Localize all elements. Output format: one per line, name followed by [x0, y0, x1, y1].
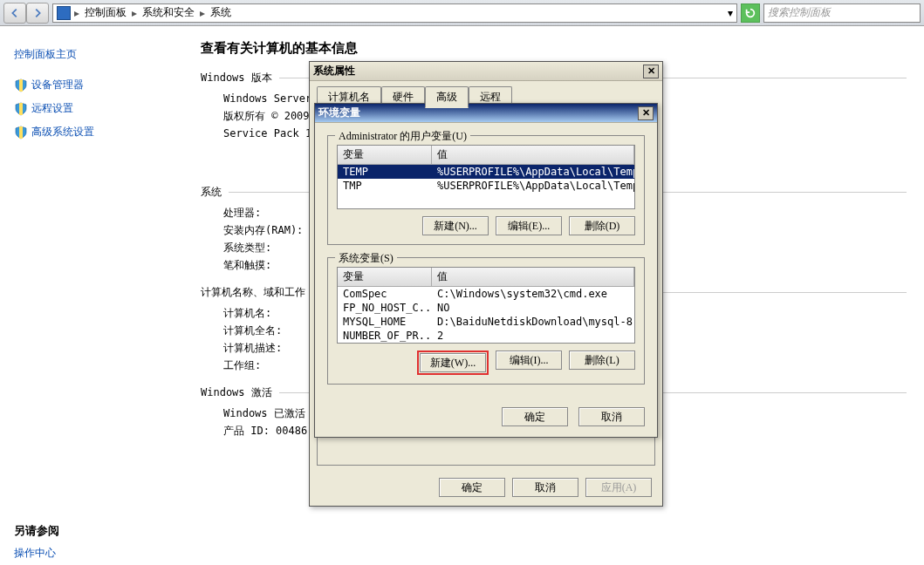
- system-variables-table[interactable]: 变量 值 ComSpec C:\Windows\system32\cmd.exe…: [337, 267, 635, 344]
- refresh-button[interactable]: [741, 3, 760, 23]
- user-delete-button[interactable]: 删除(D): [569, 216, 635, 235]
- highlight-box: 新建(W)...: [417, 351, 489, 375]
- breadcrumb-1[interactable]: 控制面板: [83, 5, 128, 20]
- sidebar-home-link[interactable]: 控制面板主页: [14, 47, 169, 62]
- user-variables-table[interactable]: 变量 值 TEMP %USERPROFILE%\AppData\Local\Te…: [337, 145, 635, 209]
- sysprop-apply-button: 应用(A): [585, 478, 652, 497]
- cell-val: %USERPROFILE%\AppData\Local\Temp: [432, 179, 634, 193]
- back-arrow-icon: [9, 7, 21, 19]
- group-windows-edition: Windows 版本: [201, 71, 272, 85]
- cell-val: C:\Windows\system32\cmd.exe: [432, 287, 634, 301]
- page-title: 查看有关计算机的基本信息: [201, 40, 907, 57]
- column-header-value[interactable]: 值: [432, 146, 634, 164]
- user-variables-group: Administrator 的用户变量(U) 变量 值 TEMP %USERPR…: [327, 135, 645, 245]
- cell-var: MYSQL_HOME: [338, 315, 432, 329]
- cell-var: TMP: [338, 179, 432, 193]
- sidebar-item-label: 设备管理器: [31, 78, 84, 92]
- close-button[interactable]: ✕: [638, 106, 654, 120]
- address-toolbar: ▸ 控制面板 ▸ 系统和安全 ▸ 系统 ▾ 搜索控制面板: [0, 0, 924, 26]
- group-computer-name: 计算机名称、域和工作: [201, 285, 305, 300]
- address-bar[interactable]: ▸ 控制面板 ▸ 系统和安全 ▸ 系统 ▾: [52, 3, 737, 23]
- user-variables-legend: Administrator 的用户变量(U): [335, 129, 470, 144]
- forward-button[interactable]: [26, 3, 49, 24]
- sidebar: 控制面板主页 设备管理器 远程设置 高级系统设置 另请参阅 操作中心 Windo…: [0, 26, 183, 565]
- tab-advanced[interactable]: 高级: [425, 86, 469, 108]
- dialog-titlebar[interactable]: 环境变量 ✕: [315, 104, 657, 123]
- group-system: 系统: [201, 185, 222, 200]
- system-new-button[interactable]: 新建(W)...: [420, 353, 486, 372]
- cell-val: 2: [432, 329, 634, 343]
- table-row[interactable]: ComSpec C:\Windows\system32\cmd.exe: [338, 287, 634, 301]
- table-row[interactable]: MYSQL_HOME D:\BaiduNetdiskDownload\mysql…: [338, 315, 634, 329]
- sidebar-item-label: 远程设置: [31, 101, 73, 116]
- cell-val: NO: [432, 301, 634, 315]
- see-also-heading: 另请参阅: [14, 523, 169, 539]
- sidebar-item-device-manager[interactable]: 设备管理器: [14, 78, 169, 92]
- cell-var: ComSpec: [338, 287, 432, 301]
- envvars-cancel-button[interactable]: 取消: [578, 407, 645, 426]
- search-input[interactable]: 搜索控制面板: [763, 3, 921, 23]
- close-button[interactable]: ✕: [643, 65, 659, 78]
- close-icon: ✕: [647, 65, 655, 77]
- cell-val: D:\BaiduNetdiskDownload\mysql-8...: [432, 315, 634, 329]
- dialog-titlebar[interactable]: 系统属性 ✕: [310, 62, 662, 81]
- table-row[interactable]: NUMBER_OF_PR... 2: [338, 329, 634, 343]
- cell-var: TEMP: [338, 165, 432, 179]
- cell-val: %USERPROFILE%\AppData\Local\Temp: [432, 165, 634, 179]
- sidebar-item-advanced-settings[interactable]: 高级系统设置: [14, 125, 169, 140]
- address-dropdown-icon[interactable]: ▾: [728, 7, 733, 19]
- sysprop-cancel-button[interactable]: 取消: [512, 478, 578, 497]
- shield-icon: [14, 78, 28, 92]
- envvars-ok-button[interactable]: 确定: [502, 407, 568, 426]
- control-panel-icon: [57, 6, 71, 20]
- dialog-title-text: 系统属性: [313, 64, 355, 78]
- system-variables-group: 系统变量(S) 变量 值 ComSpec C:\Windows\system32…: [327, 257, 645, 385]
- user-edit-button[interactable]: 编辑(E)...: [496, 216, 562, 235]
- search-placeholder: 搜索控制面板: [768, 5, 831, 20]
- shield-icon: [14, 126, 28, 140]
- system-edit-button[interactable]: 编辑(I)...: [496, 351, 562, 370]
- column-header-variable[interactable]: 变量: [338, 146, 432, 164]
- close-icon: ✕: [642, 107, 650, 119]
- table-row[interactable]: TEMP %USERPROFILE%\AppData\Local\Temp: [338, 165, 634, 179]
- refresh-icon: [744, 7, 756, 19]
- column-header-value[interactable]: 值: [432, 268, 634, 286]
- system-delete-button[interactable]: 删除(L): [569, 351, 635, 370]
- shield-icon: [14, 102, 28, 116]
- see-also-action-center[interactable]: 操作中心: [14, 546, 169, 561]
- sidebar-item-label: 高级系统设置: [31, 125, 94, 140]
- environment-variables-dialog: 环境变量 ✕ Administrator 的用户变量(U) 变量 值 TEMP …: [314, 103, 658, 438]
- column-header-variable[interactable]: 变量: [338, 268, 432, 286]
- cell-var: NUMBER_OF_PR...: [338, 329, 432, 343]
- sidebar-item-remote-settings[interactable]: 远程设置: [14, 101, 169, 116]
- group-windows-activation: Windows 激活: [201, 385, 272, 400]
- sysprop-ok-button[interactable]: 确定: [439, 478, 505, 497]
- dialog-title-text: 环境变量: [318, 106, 360, 120]
- system-variables-legend: 系统变量(S): [335, 251, 397, 266]
- breadcrumb-2[interactable]: 系统和安全: [140, 5, 196, 20]
- table-row[interactable]: FP_NO_HOST_C... NO: [338, 301, 634, 315]
- user-new-button[interactable]: 新建(N)...: [422, 216, 489, 235]
- breadcrumb-3[interactable]: 系统: [209, 5, 233, 20]
- cell-var: FP_NO_HOST_C...: [338, 301, 432, 315]
- table-row[interactable]: TMP %USERPROFILE%\AppData\Local\Temp: [338, 179, 634, 193]
- forward-arrow-icon: [31, 7, 44, 19]
- back-button[interactable]: [3, 3, 26, 24]
